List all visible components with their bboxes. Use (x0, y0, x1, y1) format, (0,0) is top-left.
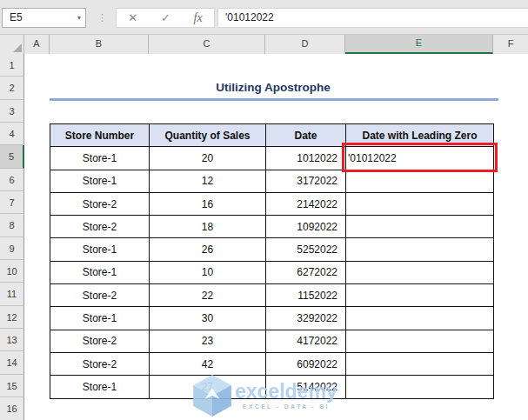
cell-lead[interactable] (346, 330, 494, 352)
cell-lead[interactable] (346, 307, 494, 330)
cell-store[interactable]: Store-1 (50, 261, 150, 283)
row-header-10[interactable]: 10 (0, 260, 24, 283)
cell-store[interactable]: Store-1 (50, 170, 150, 192)
column-header-f[interactable]: F (493, 35, 528, 54)
cell-lead[interactable] (346, 376, 494, 398)
cell-lead[interactable] (346, 216, 494, 238)
table-row: Store-2 23 4172022 (50, 330, 494, 352)
row-header-11[interactable]: 11 (0, 283, 24, 305)
row-header-8[interactable]: 8 (0, 214, 24, 237)
row-header-column: 1 2 3 4 5 6 7 8 9 10 11 12 13 14 15 16 (0, 54, 24, 420)
watermark-tagline: EXCEL - DATA - BI (243, 403, 330, 410)
row-header-15[interactable]: 15 (0, 375, 24, 397)
cell-lead[interactable] (346, 238, 494, 261)
cell-qty[interactable]: 30 (150, 307, 266, 330)
cell-qty[interactable]: 23 (150, 330, 266, 352)
cell-date[interactable]: 5142022 (266, 376, 346, 398)
table-header-row: Store Number Quantity of Sales Date Date… (50, 124, 494, 147)
row-header-6[interactable]: 6 (0, 169, 24, 191)
cell-lead[interactable] (346, 192, 494, 215)
excel-window: E5 ▾ ⋮ ✕ ✓ fx '01012022 A B C D E F 1 2 … (0, 0, 528, 420)
cell-date[interactable]: 2142022 (266, 192, 346, 215)
cell-qty[interactable]: 20 (150, 147, 266, 170)
table-row: Store-2 42 6092022 (50, 352, 494, 375)
cell-store[interactable]: Store-2 (50, 330, 150, 352)
formula-text: '01012022 (225, 11, 274, 23)
table-row: Store-1 26 5252022 (50, 238, 494, 261)
cell-date[interactable]: 4172022 (266, 330, 346, 352)
cell-store[interactable]: Store-1 (50, 307, 150, 330)
formula-bar-drag-handle-icon[interactable]: ⋮ (97, 8, 107, 28)
table-row: Store-1 30 3292022 (50, 307, 494, 330)
row-header-4[interactable]: 4 (0, 123, 24, 145)
title-underline (50, 98, 498, 101)
row-header-2[interactable]: 2 (0, 77, 24, 99)
cell-date[interactable]: 3292022 (266, 307, 346, 330)
insert-function-icon[interactable]: fx (194, 12, 203, 24)
header-date-leading-zero[interactable]: Date with Leading Zero (346, 124, 494, 147)
row-header-9[interactable]: 9 (0, 237, 24, 260)
cell-qty[interactable]: 10 (150, 261, 266, 283)
cell-date[interactable]: 1012022 (266, 147, 346, 170)
formula-input[interactable]: '01012022 (217, 8, 528, 28)
row-header-12[interactable]: 12 (0, 306, 24, 329)
cell-qty[interactable]: 26 (150, 238, 266, 261)
table-row: Store-1 20 1012022 '01012022 (50, 147, 494, 170)
cell-store[interactable]: Store-2 (50, 192, 150, 215)
cell-qty[interactable]: 16 (150, 192, 266, 215)
sheet-title[interactable]: Utilizing Apostrophe (50, 77, 497, 98)
formula-bar: E5 ▾ ⋮ ✕ ✓ fx '01012022 (0, 0, 528, 35)
row-header-3[interactable]: 3 (0, 100, 24, 123)
cell-lead[interactable] (346, 352, 494, 375)
column-header-b[interactable]: B (50, 35, 149, 54)
header-store-number[interactable]: Store Number (50, 124, 150, 147)
row-header-7[interactable]: 7 (0, 191, 24, 214)
cell-qty[interactable]: 27 (150, 376, 266, 398)
table-row: Store-1 27 5142022 (50, 376, 494, 398)
cell-qty[interactable]: 18 (150, 216, 266, 238)
formula-bar-buttons: ✕ ✓ fx (116, 8, 215, 28)
table-row: Store-2 22 1152022 (50, 284, 494, 307)
cell-e5-active[interactable]: '01012022 (346, 147, 494, 170)
cell-date[interactable]: 1092022 (266, 216, 346, 238)
select-all-button[interactable] (0, 35, 24, 54)
cell-store[interactable]: Store-2 (50, 352, 150, 375)
column-header-c[interactable]: C (149, 35, 265, 54)
cell-date[interactable]: 6092022 (266, 352, 346, 375)
cell-date[interactable]: 1152022 (266, 284, 346, 307)
header-quantity-of-sales[interactable]: Quantity of Sales (150, 124, 266, 147)
cell-lead[interactable] (346, 284, 494, 307)
row-header-1[interactable]: 1 (0, 54, 24, 77)
cell-store[interactable]: Store-1 (50, 238, 150, 261)
column-header-e-selected[interactable]: E (345, 35, 493, 54)
cell-lead[interactable] (346, 261, 494, 283)
cancel-icon[interactable]: ✕ (128, 12, 137, 23)
row-header-13[interactable]: 13 (0, 329, 24, 351)
table-row: Store-2 16 2142022 (50, 192, 494, 215)
enter-icon[interactable]: ✓ (161, 12, 170, 23)
row-header-16[interactable]: 16 (0, 397, 24, 420)
row-header-14[interactable]: 14 (0, 351, 24, 374)
cell-store[interactable]: Store-2 (50, 216, 150, 238)
name-box-dropdown-icon[interactable]: ▾ (77, 9, 81, 27)
name-box-value: E5 (10, 11, 23, 23)
column-header-a[interactable]: A (24, 35, 50, 54)
cell-qty[interactable]: 42 (150, 352, 266, 375)
cell-date[interactable]: 5252022 (266, 238, 346, 261)
cell-date[interactable]: 6272022 (266, 261, 346, 283)
cell-store[interactable]: Store-2 (50, 284, 150, 307)
column-header-d[interactable]: D (265, 35, 345, 54)
column-header-row: A B C D E F (0, 35, 528, 54)
row-header-5-selected[interactable]: 5 (0, 145, 24, 168)
cell-qty[interactable]: 22 (150, 284, 266, 307)
table-row: Store-2 18 1092022 (50, 216, 494, 238)
cell-store[interactable]: Store-1 (50, 147, 150, 170)
cell-date[interactable]: 3172022 (266, 170, 346, 192)
data-table: Store Number Quantity of Sales Date Date… (50, 123, 494, 399)
cell-lead[interactable] (346, 170, 494, 192)
select-all-triangle-icon (13, 43, 22, 52)
cell-store[interactable]: Store-1 (50, 376, 150, 398)
name-box[interactable]: E5 ▾ (2, 8, 86, 28)
cell-qty[interactable]: 12 (150, 170, 266, 192)
header-date[interactable]: Date (266, 124, 346, 147)
